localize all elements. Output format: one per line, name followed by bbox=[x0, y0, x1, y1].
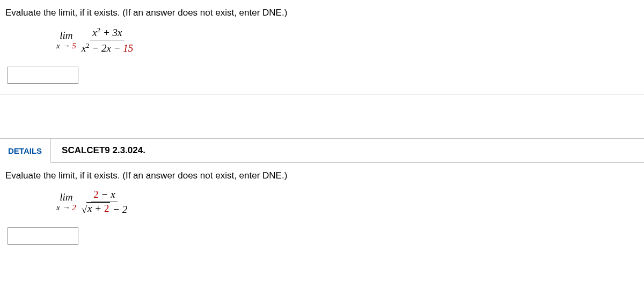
fraction-2: 2 − x x + 2 − 2 bbox=[79, 189, 130, 216]
denominator: x2 − 2x − 15 bbox=[79, 40, 136, 54]
fraction-1: x2 + 3x x2 − 2x − 15 bbox=[79, 26, 136, 55]
answer-input-1-wrapper bbox=[8, 67, 639, 84]
limit-notation-2: lim x → 2 bbox=[56, 192, 76, 212]
question-2-prompt: Evaluate the limit, if it exists. (If an… bbox=[5, 170, 639, 181]
question-1-formula: lim x → 5 x2 + 3x x2 − 2x − 15 bbox=[56, 26, 639, 55]
separator bbox=[0, 95, 644, 95]
numerator-2: 2 − x bbox=[91, 189, 117, 202]
question-2-formula: lim x → 2 2 − x x + 2 − 2 bbox=[56, 189, 639, 216]
numerator: x2 + 3x bbox=[90, 26, 124, 40]
denominator-2: x + 2 − 2 bbox=[79, 202, 130, 216]
limit-notation: lim x → 5 bbox=[56, 30, 76, 50]
question-1: Evaluate the limit, if it exists. (If an… bbox=[0, 0, 644, 95]
answer-input-1[interactable] bbox=[8, 67, 78, 84]
question-header: DETAILS SCALCET9 2.3.024. bbox=[0, 138, 644, 163]
answer-input-2[interactable] bbox=[8, 227, 78, 245]
answer-input-2-wrapper bbox=[8, 227, 639, 245]
question-reference: SCALCET9 2.3.024. bbox=[62, 145, 145, 156]
question-1-prompt: Evaluate the limit, if it exists. (If an… bbox=[5, 8, 639, 18]
question-2: Evaluate the limit, if it exists. (If an… bbox=[0, 163, 644, 255]
details-button[interactable]: DETAILS bbox=[0, 139, 51, 163]
